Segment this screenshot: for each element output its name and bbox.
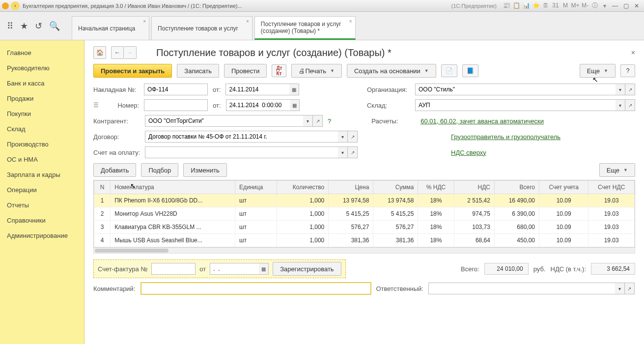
close-icon[interactable]: ✕	[631, 2, 642, 10]
calc-link[interactable]: 60.01, 60.02, зачет аванса автоматически	[420, 117, 544, 125]
dropdown-icon[interactable]: ▾	[338, 146, 348, 158]
dropdown-icon[interactable]: ▾	[616, 84, 625, 95]
table-cell[interactable]: 19.03	[588, 234, 635, 247]
table-cell[interactable]: 10.09	[539, 221, 588, 234]
invoice-for-payment-input[interactable]	[145, 146, 338, 158]
table-cell[interactable]: Клавиатура CBR KB-355GLM ...	[111, 221, 235, 234]
column-header[interactable]: % НДС	[418, 181, 454, 194]
toolbar-icon[interactable]: M+	[571, 1, 579, 9]
table-cell[interactable]: Мышь USB Asus Seashell Blue...	[111, 234, 235, 247]
sidebar-item[interactable]: Руководителю	[0, 60, 84, 76]
toolbar-icon[interactable]: 📰	[503, 1, 510, 9]
calendar-icon[interactable]: ▦	[289, 84, 299, 95]
open-icon[interactable]: ↗	[348, 131, 358, 143]
open-icon[interactable]: ↗	[625, 283, 635, 294]
table-cell[interactable]: шт	[235, 194, 277, 207]
tab-close-icon[interactable]: ×	[349, 19, 352, 24]
table-cell[interactable]: 18%	[418, 221, 454, 234]
tab-close-icon[interactable]: ×	[246, 19, 249, 24]
dropdown-icon[interactable]: ▾	[303, 115, 313, 127]
contractor-input[interactable]	[145, 115, 303, 127]
table-cell[interactable]: 576,27	[373, 221, 418, 234]
table-cell[interactable]: 381,36	[329, 234, 373, 247]
column-header[interactable]: Единица	[235, 181, 277, 194]
nav-fwd-button[interactable]: →	[124, 46, 137, 59]
comment-input[interactable]	[140, 282, 371, 295]
sidebar-item[interactable]: Операции	[0, 182, 84, 198]
table-cell[interactable]: 5 415,25	[329, 207, 373, 221]
print-button[interactable]: 🖨 Печать▼	[291, 64, 342, 78]
warehouse-input[interactable]	[415, 99, 616, 111]
column-header[interactable]: Номенклатура	[111, 181, 235, 194]
more-button[interactable]: Еще▼	[580, 64, 616, 78]
open-icon[interactable]: ↗	[313, 115, 323, 127]
register-button[interactable]: Зарегистрировать	[273, 262, 341, 276]
date2-input[interactable]	[226, 99, 290, 111]
doc2-icon[interactable]: 📘	[462, 64, 478, 77]
table-cell[interactable]: ПК Phenom II-X6 6100/8Gb DD...	[111, 194, 235, 207]
table-cell[interactable]: 13 974,58	[329, 194, 373, 207]
vat-above-link[interactable]: НДС сверху	[451, 149, 486, 156]
table-row[interactable]: 3Клавиатура CBR KB-355GLM ...шт1,000576,…	[94, 221, 635, 234]
responsible-input[interactable]	[428, 283, 615, 294]
column-header[interactable]: Цена	[329, 181, 373, 194]
topbar-icon[interactable]: 🔍	[49, 21, 60, 31]
table-cell[interactable]: 1,000	[277, 207, 328, 221]
table-cell[interactable]: 103,73	[454, 221, 494, 234]
table-cell[interactable]: 6 390,00	[494, 207, 539, 221]
dropdown-icon[interactable]: ▾	[615, 283, 625, 294]
table-cell[interactable]: шт	[235, 221, 277, 234]
minimize-icon[interactable]: —	[610, 2, 620, 10]
sidebar-item[interactable]: Склад	[0, 121, 84, 137]
contract-input[interactable]	[145, 131, 338, 143]
table-cell[interactable]: 16 490,00	[494, 194, 539, 207]
toolbar-icon[interactable]: M	[561, 1, 569, 9]
post-and-close-button[interactable]: Провести и закрыть	[93, 64, 172, 78]
table-cell[interactable]: 1,000	[277, 221, 328, 234]
table-cell[interactable]: 10.09	[539, 234, 588, 247]
table-cell[interactable]: 13 974,58	[373, 194, 418, 207]
table-cell[interactable]: 18%	[418, 207, 454, 221]
table-cell[interactable]: 68,64	[454, 234, 494, 247]
tab[interactable]: Поступление товаров и услуг×	[151, 16, 252, 40]
table-cell[interactable]: 10.09	[539, 194, 588, 207]
column-header[interactable]: НДС	[454, 181, 494, 194]
page-close-button[interactable]: ×	[631, 49, 635, 57]
help-button[interactable]: ?	[620, 64, 635, 77]
table-row[interactable]: 1ПК Phenom II-X6 6100/8Gb DD...шт1,00013…	[94, 194, 635, 207]
topbar-icon[interactable]: ⠿	[7, 21, 13, 31]
sidebar-item[interactable]: Покупки	[0, 106, 84, 121]
sidebar-item[interactable]: Зарплата и кадры	[0, 167, 84, 182]
table-more-button[interactable]: Еще▼	[599, 163, 635, 177]
column-header[interactable]: Счет учета	[539, 181, 588, 194]
table-cell[interactable]: 4	[94, 234, 111, 247]
table-cell[interactable]: 18%	[418, 234, 454, 247]
pick-button[interactable]: Подбор	[141, 163, 178, 177]
table-cell[interactable]: Монитор Asus VH228D	[111, 207, 235, 221]
table-row[interactable]: 2Монитор Asus VH228Dшт1,0005 415,255 415…	[94, 207, 635, 221]
column-header[interactable]: Всего	[494, 181, 539, 194]
table-cell[interactable]: 10.09	[539, 207, 588, 221]
calendar-icon[interactable]: ▦	[259, 263, 269, 275]
table-cell[interactable]: 1	[94, 194, 111, 207]
date1-input[interactable]	[225, 84, 289, 95]
sidebar-item[interactable]: ОС и НМА	[0, 152, 84, 167]
table-cell[interactable]: 576,27	[329, 221, 373, 234]
toolbar-icon[interactable]: ⭐	[532, 1, 540, 9]
sidebar-item[interactable]: Отчеты	[0, 198, 84, 213]
open-icon[interactable]: ↗	[348, 146, 358, 158]
toolbar-icon[interactable]: ⓘ	[591, 2, 599, 10]
back-circle-icon[interactable]: ‹	[11, 1, 20, 10]
table-cell[interactable]: 18%	[418, 194, 454, 207]
dropdown-icon[interactable]: ▾	[601, 2, 609, 10]
h-scrollbar[interactable]	[93, 248, 635, 254]
open-icon[interactable]: ↗	[625, 99, 635, 111]
table-cell[interactable]: шт	[235, 207, 277, 221]
create-on-basis-button[interactable]: Создать на основании▼	[347, 64, 436, 78]
toolbar-icon[interactable]: 📊	[522, 1, 530, 9]
table-cell[interactable]: 1,000	[277, 194, 328, 207]
topbar-icon[interactable]: ↺	[35, 21, 42, 31]
invoice-no-input[interactable]	[144, 84, 208, 95]
sf-number-input[interactable]	[151, 263, 196, 275]
table-cell[interactable]: 680,00	[494, 221, 539, 234]
